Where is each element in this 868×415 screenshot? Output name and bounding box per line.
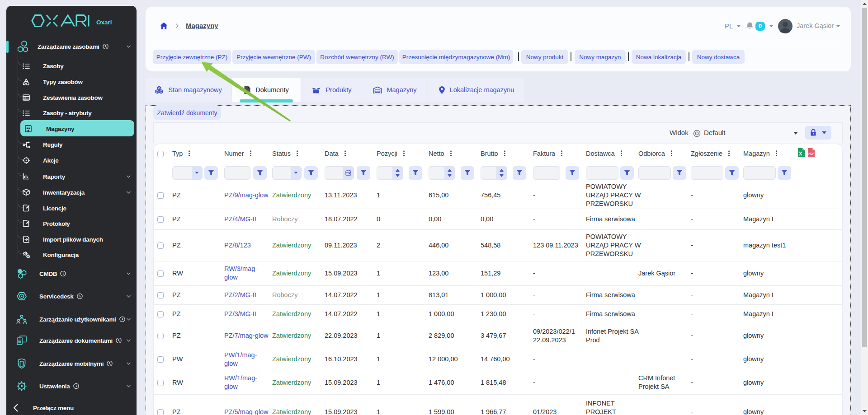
- svg-text:PDF: PDF: [808, 152, 814, 155]
